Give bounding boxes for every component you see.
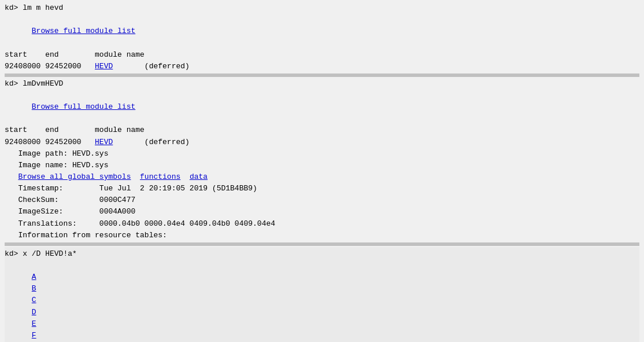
alpha-e[interactable]: E: [32, 319, 36, 328]
browse-full-module-list-link-2[interactable]: Browse full module list: [32, 102, 135, 111]
data-link[interactable]: data: [190, 172, 208, 181]
alphabet-links-row: A B C D E F G H I J K L M N O P Q R S T …: [5, 260, 639, 342]
image-path-line: Image path: HEVD.sys: [5, 148, 639, 160]
command-x-hevd: kd> x /D HEVD!a*: [5, 248, 639, 260]
image-name-line: Image name: HEVD.sys: [5, 160, 639, 171]
hevd-link-2[interactable]: HEVD: [95, 138, 113, 146]
alpha-a[interactable]: A: [32, 273, 36, 281]
translations-line: Translations: 0000.04b0 0000.04e4 0409.0…: [5, 218, 639, 230]
module-hevd-row-1: 92408000 92452000 HEVD (deferred): [5, 61, 639, 72]
section-lmdvm-hevd: kd> lmDvmHEVD Browse full module list st…: [5, 78, 639, 241]
divider-2: [5, 242, 639, 246]
module-list-header-1: start end module name: [5, 49, 639, 61]
browse-full-module-list-2[interactable]: Browse full module list: [5, 90, 639, 124]
alpha-c[interactable]: C: [32, 296, 36, 304]
browse-all-global-symbols-link[interactable]: Browse all global symbols: [18, 172, 131, 181]
hevd-link-1[interactable]: HEVD: [95, 62, 113, 71]
browse-full-module-list-1[interactable]: Browse full module list: [5, 14, 639, 49]
alpha-b[interactable]: B: [32, 284, 36, 293]
resource-tables-line: Information from resource tables:: [5, 230, 639, 241]
alpha-f[interactable]: F: [32, 331, 36, 340]
module-list-header-2: start end module name: [5, 124, 639, 136]
command-lm-m-hevd: kd> lm m hevd: [5, 2, 639, 14]
timestamp-line: Timestamp: Tue Jul 2 20:19:05 2019 (5D1B…: [5, 183, 639, 194]
functions-link[interactable]: functions: [140, 172, 180, 181]
alpha-d[interactable]: D: [32, 308, 36, 317]
symbol-links-row: Browse all global symbols functions data: [5, 171, 639, 183]
section-lm-m-hevd: kd> lm m hevd Browse full module list st…: [5, 2, 639, 72]
imagesize-line: ImageSize: 0004A000: [5, 206, 639, 218]
terminal-window: kd> lm m hevd Browse full module list st…: [0, 0, 644, 342]
divider-1: [5, 73, 639, 77]
checksum-line: CheckSum: 0000C477: [5, 194, 639, 206]
browse-full-module-list-link-1[interactable]: Browse full module list: [32, 27, 135, 35]
section-x-hevd: kd> x /D HEVD!a* A B C D E F G H I J K L…: [5, 247, 639, 342]
command-lmdvm: kd> lmDvmHEVD: [5, 78, 639, 90]
module-hevd-row-2: 92408000 92452000 HEVD (deferred): [5, 137, 639, 148]
